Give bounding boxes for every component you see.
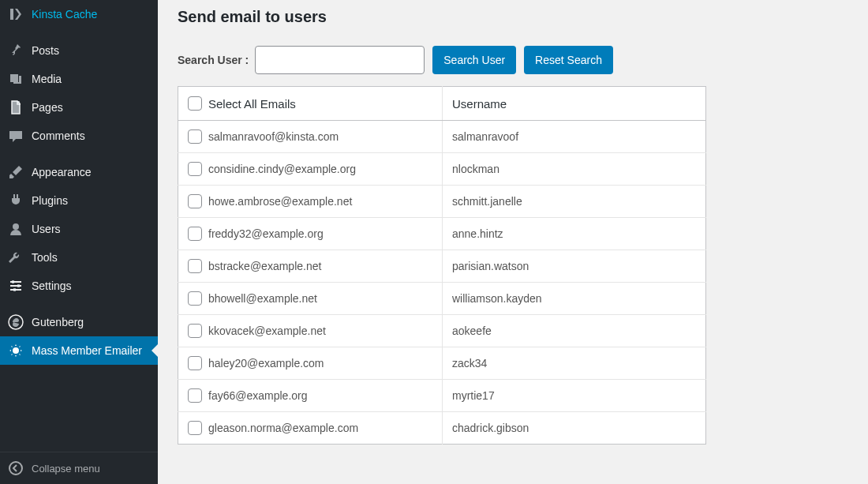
sidebar-item-label: Media bbox=[32, 72, 62, 86]
collapse-menu[interactable]: Collapse menu bbox=[0, 452, 158, 484]
row-email: fay66@example.org bbox=[208, 389, 308, 402]
row-checkbox[interactable] bbox=[188, 324, 202, 338]
search-label: Search User : bbox=[178, 54, 249, 66]
page-title: Send email to users bbox=[178, 8, 848, 26]
row-email: bstracke@example.net bbox=[208, 260, 321, 272]
row-email: freddy32@example.org bbox=[208, 227, 324, 240]
sidebar-item-label: Tools bbox=[32, 250, 58, 265]
sidebar-item-label: Kinsta Cache bbox=[32, 7, 97, 21]
sidebar-item-label: Appearance bbox=[32, 165, 92, 179]
row-checkbox[interactable] bbox=[188, 291, 202, 306]
table-row: haley20@example.comzack34 bbox=[178, 347, 706, 380]
row-username: anne.hintz bbox=[443, 218, 706, 250]
sidebar-item-mass-member-emailer[interactable]: Mass Member Emailer bbox=[0, 336, 158, 365]
row-username: nlockman bbox=[443, 153, 706, 186]
sidebar-item-tools[interactable]: Tools bbox=[0, 243, 158, 272]
sidebar-item-gutenberg[interactable]: Gutenberg bbox=[0, 308, 158, 336]
row-username: zack34 bbox=[443, 347, 706, 380]
select-all-label: Select All Emails bbox=[208, 97, 296, 111]
row-username: aokeefe bbox=[443, 315, 706, 347]
sidebar-item-label: Plugins bbox=[32, 193, 68, 208]
sidebar-item-label: Gutenberg bbox=[32, 315, 84, 329]
sidebar-item-posts[interactable]: Posts bbox=[0, 36, 158, 65]
search-input[interactable] bbox=[255, 46, 425, 74]
main-content: Send email to users Search User : Search… bbox=[158, 0, 868, 484]
table-row: fay66@example.orgmyrtie17 bbox=[178, 380, 706, 412]
row-email: kkovacek@example.net bbox=[208, 325, 326, 337]
media-icon bbox=[8, 71, 24, 87]
table-row: freddy32@example.organne.hintz bbox=[178, 218, 706, 250]
row-email: howe.ambrose@example.net bbox=[208, 195, 352, 208]
pin-icon bbox=[8, 43, 24, 58]
row-email: salmanravoof@kinsta.com bbox=[208, 130, 339, 143]
table-row: howe.ambrose@example.netschmitt.janelle bbox=[178, 186, 706, 218]
kinsta-icon bbox=[8, 6, 24, 22]
sidebar-item-appearance[interactable]: Appearance bbox=[0, 158, 158, 186]
table-row: kkovacek@example.netaokeefe bbox=[178, 315, 706, 347]
sidebar-item-kinsta-cache[interactable]: Kinsta Cache bbox=[0, 0, 158, 28]
row-email: bhowell@example.net bbox=[208, 292, 317, 305]
collapse-icon bbox=[8, 460, 24, 476]
row-checkbox[interactable] bbox=[188, 194, 202, 208]
admin-sidebar: Kinsta CachePostsMediaPagesCommentsAppea… bbox=[0, 0, 158, 484]
row-checkbox[interactable] bbox=[188, 259, 202, 273]
sidebar-item-label: Comments bbox=[32, 129, 85, 143]
sliders-icon bbox=[8, 278, 24, 294]
select-all-checkbox[interactable] bbox=[188, 96, 202, 111]
table-row: gleason.norma@example.comchadrick.gibson bbox=[178, 412, 706, 445]
row-checkbox[interactable] bbox=[188, 421, 202, 435]
reset-search-button[interactable]: Reset Search bbox=[524, 46, 613, 74]
sidebar-item-plugins[interactable]: Plugins bbox=[0, 186, 158, 215]
sidebar-item-label: Mass Member Emailer bbox=[32, 343, 142, 358]
row-username: schmitt.janelle bbox=[443, 186, 706, 218]
table-row: bstracke@example.netparisian.watson bbox=[178, 250, 706, 283]
table-row: bhowell@example.netwilliamson.kayden bbox=[178, 283, 706, 315]
gear-icon bbox=[8, 343, 24, 358]
row-email: gleason.norma@example.com bbox=[208, 422, 358, 434]
row-checkbox[interactable] bbox=[188, 227, 202, 241]
row-email: considine.cindy@example.org bbox=[208, 163, 356, 175]
row-checkbox[interactable] bbox=[188, 356, 202, 370]
user-icon bbox=[8, 221, 24, 237]
sidebar-item-settings[interactable]: Settings bbox=[0, 272, 158, 300]
sidebar-item-users[interactable]: Users bbox=[0, 215, 158, 243]
username-header: Username bbox=[443, 87, 706, 121]
search-row: Search User : Search User Reset Search bbox=[178, 46, 848, 74]
comments-icon bbox=[8, 128, 24, 144]
sidebar-item-label: Posts bbox=[32, 43, 59, 58]
sidebar-item-label: Settings bbox=[32, 279, 72, 293]
row-username: williamson.kayden bbox=[443, 283, 706, 315]
row-email: haley20@example.com bbox=[208, 357, 324, 370]
table-row: considine.cindy@example.orgnlockman bbox=[178, 153, 706, 186]
brush-icon bbox=[8, 164, 24, 180]
wrench-icon bbox=[8, 250, 24, 265]
pages-icon bbox=[8, 99, 24, 115]
row-checkbox[interactable] bbox=[188, 388, 202, 403]
row-username: salmanravoof bbox=[443, 121, 706, 153]
svg-point-0 bbox=[9, 462, 22, 475]
row-checkbox[interactable] bbox=[188, 162, 202, 176]
search-user-button[interactable]: Search User bbox=[432, 46, 516, 74]
row-username: chadrick.gibson bbox=[443, 412, 706, 445]
gutenberg-icon bbox=[8, 314, 24, 330]
plug-icon bbox=[8, 193, 24, 208]
sidebar-item-media[interactable]: Media bbox=[0, 65, 158, 93]
sidebar-item-pages[interactable]: Pages bbox=[0, 93, 158, 122]
row-checkbox[interactable] bbox=[188, 129, 202, 144]
sidebar-item-label: Pages bbox=[32, 100, 63, 114]
row-username: myrtie17 bbox=[443, 380, 706, 412]
sidebar-item-comments[interactable]: Comments bbox=[0, 122, 158, 150]
collapse-label: Collapse menu bbox=[32, 463, 100, 475]
row-username: parisian.watson bbox=[443, 250, 706, 283]
table-row: salmanravoof@kinsta.comsalmanravoof bbox=[178, 121, 706, 153]
sidebar-item-label: Users bbox=[32, 222, 61, 236]
users-table: Select All Emails Username salmanravoof@… bbox=[178, 86, 706, 445]
